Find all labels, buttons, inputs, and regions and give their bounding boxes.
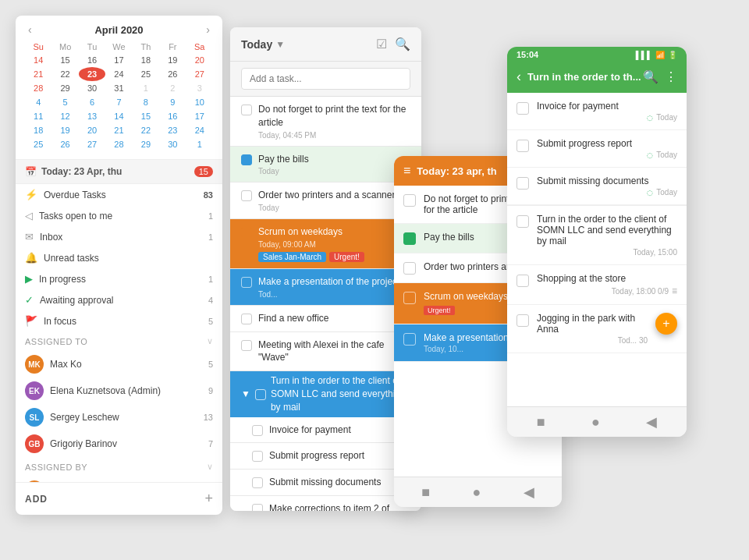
task-item-scrum[interactable]: Scrum on weekdays Today, 09:00 AM Sales … bbox=[230, 219, 421, 269]
m2-task-item[interactable]: Submit missing documents ◌ Today bbox=[507, 168, 687, 205]
add-label: ADD bbox=[25, 494, 48, 505]
task-item-sub[interactable]: Invoice for payment bbox=[230, 417, 421, 444]
nav-inbox[interactable]: ✉ Inbox 1 bbox=[16, 226, 222, 247]
cal-day-fr: Fr bbox=[159, 41, 186, 53]
task-item-sub[interactable]: Make corrections to item 2 of the... bbox=[230, 496, 421, 511]
m2-task-item[interactable]: Invoice for payment ◌ Today bbox=[507, 93, 687, 130]
task-checkbox[interactable] bbox=[241, 314, 252, 324]
m2-task-item-shopping[interactable]: Shopping at the store Today, 18:00 0/9 ≡ bbox=[507, 265, 687, 305]
task-checkbox[interactable] bbox=[241, 105, 252, 115]
calendar-icon: 📅 bbox=[25, 166, 37, 177]
mobile2-back-icon[interactable]: ‹ bbox=[516, 69, 521, 85]
avatar-elena-count: 9 bbox=[208, 386, 213, 395]
nav-awaiting-label: Awaiting approval bbox=[40, 295, 114, 306]
avatar-maxko[interactable]: MK Max Ko 5 bbox=[16, 351, 222, 377]
m2-task-checkbox[interactable] bbox=[516, 177, 529, 190]
m2-task-date: Today, 15:00 bbox=[537, 248, 677, 257]
nav-unread[interactable]: 🔔 Unread tasks bbox=[16, 247, 222, 268]
m2-task-text: Jogging in the park with Anna bbox=[537, 313, 648, 335]
avatar-elena[interactable]: EK Elena Kuznetsova (Admin) 9 bbox=[16, 377, 222, 404]
task-text: Pay the bills bbox=[258, 153, 410, 166]
mobile-task-checkbox[interactable] bbox=[403, 194, 416, 207]
tasks-check-icon[interactable]: ☑ bbox=[376, 37, 387, 51]
inline-fab[interactable]: + bbox=[655, 313, 677, 335]
m2-task-item[interactable]: Submit progress report ◌ Today bbox=[507, 130, 687, 168]
nav-in-focus[interactable]: 🚩 In focus 5 bbox=[16, 310, 222, 331]
assigned-to-section[interactable]: Assigned to ∨ bbox=[16, 331, 222, 351]
calendar-section: ‹ April 2020 › Su Mo Tu We Th Fr Sa 14 bbox=[16, 16, 222, 160]
task-item[interactable]: Order two printers and a scanner Today bbox=[230, 183, 421, 219]
m2-task-checkbox[interactable] bbox=[516, 275, 529, 287]
task-checkbox[interactable] bbox=[241, 227, 252, 238]
task-checkbox[interactable] bbox=[255, 389, 266, 400]
today-header[interactable]: 📅 Today: 23 Apr, thu 15 bbox=[16, 160, 222, 184]
today-label: Today: 23 Apr, thu bbox=[41, 166, 122, 177]
wifi-icon: 📶 bbox=[655, 51, 665, 59]
task-item[interactable]: Pay the bills Today bbox=[230, 147, 421, 183]
task-checkbox[interactable] bbox=[252, 451, 263, 462]
task-item[interactable]: Meeting with Alexei in the cafe "Wave" bbox=[230, 332, 421, 372]
add-plus-icon[interactable]: + bbox=[204, 491, 213, 507]
task-item-presentation[interactable]: Make a presentation of the project Tod..… bbox=[230, 269, 421, 306]
mobile-task-checkbox[interactable] bbox=[403, 333, 416, 346]
in-progress-icon: ▶ bbox=[25, 273, 33, 285]
m2-task-checkbox[interactable] bbox=[516, 102, 529, 115]
m2-task-checkbox[interactable] bbox=[516, 215, 529, 228]
mobile-stop-icon[interactable]: ■ bbox=[421, 484, 430, 501]
mobile2-search-icon[interactable]: 🔍 bbox=[643, 69, 658, 84]
assigned-to-label: Assigned to bbox=[25, 337, 87, 346]
task-checkbox[interactable] bbox=[241, 277, 252, 288]
task-item[interactable]: Do not forget to print the text for the … bbox=[230, 97, 421, 147]
m2-stop-icon[interactable]: ■ bbox=[537, 414, 545, 431]
nav-tasks-open[interactable]: ◁ Tasks open to me 1 bbox=[16, 205, 222, 226]
avatar-sergey[interactable]: SL Sergey Leschew 13 bbox=[16, 404, 222, 431]
task-checkbox[interactable] bbox=[252, 425, 263, 436]
task-text: Invoice for payment bbox=[269, 424, 410, 437]
mobile-task-checkbox[interactable] bbox=[403, 232, 416, 245]
avatar-grigoriy[interactable]: GB Grigoriy Barinov 7 bbox=[16, 431, 222, 457]
mobile-home-icon[interactable]: ● bbox=[472, 484, 481, 501]
task-checkbox[interactable] bbox=[252, 477, 263, 488]
tasks-search-icon[interactable]: 🔍 bbox=[395, 37, 410, 51]
m2-home-icon[interactable]: ● bbox=[591, 414, 600, 431]
m2-task-text: Shopping at the store bbox=[537, 273, 677, 284]
avatar-by-maxko[interactable]: MK Max Ko 6 bbox=[16, 477, 222, 482]
add-task-input[interactable] bbox=[241, 68, 410, 90]
mobile2-more-icon[interactable]: ⋮ bbox=[665, 69, 677, 84]
avatar-maxko-name: Max Ko bbox=[50, 359, 82, 370]
nav-overdue-tasks[interactable]: ⚡ Overdue Tasks 83 bbox=[16, 184, 222, 205]
unread-icon: 🔔 bbox=[25, 252, 37, 264]
m2-task-checkbox[interactable] bbox=[516, 140, 529, 152]
signal-icon: ▌▌▌ bbox=[636, 51, 652, 59]
awaiting-icon: ✓ bbox=[25, 294, 34, 306]
task-item-sub[interactable]: Submit missing documents bbox=[230, 470, 421, 496]
task-group-header[interactable]: ▼ Turn in the order to the client of SOM… bbox=[230, 371, 421, 416]
task-checkbox[interactable] bbox=[252, 504, 263, 511]
m2-task-item-somn[interactable]: Turn in the order to the client of SOMN … bbox=[507, 206, 687, 265]
cal-day-tu: Tu bbox=[79, 41, 105, 53]
calendar-next-button[interactable]: › bbox=[203, 23, 213, 36]
task-checkbox[interactable] bbox=[241, 340, 252, 351]
task-checkbox[interactable] bbox=[241, 190, 252, 201]
nav-in-progress[interactable]: ▶ In progress 1 bbox=[16, 268, 222, 289]
add-bar[interactable]: ADD + bbox=[16, 482, 222, 515]
mobile-task-checkbox[interactable] bbox=[403, 262, 416, 275]
m2-task-item-jogging[interactable]: Jogging in the park with Anna Tod... 30 … bbox=[507, 305, 687, 353]
mobile-back-icon[interactable]: ◀ bbox=[524, 484, 534, 501]
tasks-title-dropdown[interactable]: ▼ bbox=[275, 39, 285, 50]
assigned-by-section[interactable]: Assigned by ∨ bbox=[16, 457, 222, 477]
m2-task-text: Submit missing documents bbox=[537, 175, 677, 186]
tasks-title: Today bbox=[241, 38, 272, 51]
m2-back-icon[interactable]: ◀ bbox=[646, 413, 657, 431]
task-item[interactable]: Find a new office bbox=[230, 306, 421, 332]
task-item-sub[interactable]: Submit progress report bbox=[230, 443, 421, 470]
calendar-prev-button[interactable]: ‹ bbox=[25, 23, 35, 36]
m2-task-checkbox[interactable] bbox=[516, 314, 529, 327]
task-checkbox[interactable] bbox=[241, 154, 252, 165]
nav-awaiting-approval[interactable]: ✓ Awaiting approval 4 bbox=[16, 289, 222, 310]
mobile-back-icon[interactable]: ≡ bbox=[403, 164, 410, 178]
sidebar-panel: ‹ April 2020 › Su Mo Tu We Th Fr Sa 14 bbox=[16, 16, 222, 515]
avatar-grigoriy-img: GB bbox=[25, 434, 44, 453]
mobile2-header: ‹ Turn in the order to th... 🔍 ⋮ bbox=[507, 62, 687, 93]
mobile-task-checkbox[interactable] bbox=[403, 292, 416, 304]
